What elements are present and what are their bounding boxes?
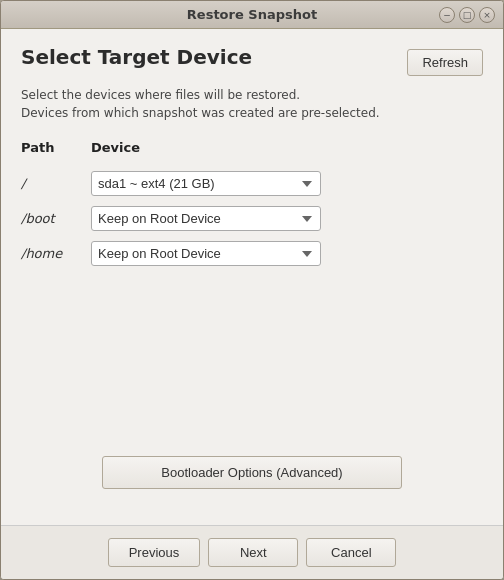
path-home: /home (21, 246, 91, 261)
path-root: / (21, 176, 91, 191)
device-table: Path Device / sda1 ~ ext4 (21 GB) /boot … (21, 140, 483, 266)
titlebar: Restore Snapshot − □ × (1, 1, 503, 29)
path-boot: /boot (21, 211, 91, 226)
minimize-button[interactable]: − (439, 7, 455, 23)
device-select-home[interactable]: Keep on Root Device (91, 241, 321, 266)
refresh-button[interactable]: Refresh (407, 49, 483, 76)
description: Select the devices where files will be r… (21, 86, 483, 122)
description-line2: Devices from which snapshot was created … (21, 104, 483, 122)
minimize-icon: − (443, 10, 451, 20)
col-header-path: Path (21, 140, 91, 161)
maximize-button[interactable]: □ (459, 7, 475, 23)
bottom-bar: Previous Next Cancel (1, 525, 503, 579)
page-title: Select Target Device (21, 45, 252, 69)
bootloader-section: Bootloader Options (Advanced) (21, 456, 483, 489)
maximize-icon: □ (463, 10, 472, 20)
close-icon: × (483, 10, 491, 20)
bootloader-options-button[interactable]: Bootloader Options (Advanced) (102, 456, 402, 489)
content-area: Select Target Device Refresh Select the … (1, 29, 503, 525)
previous-button[interactable]: Previous (108, 538, 201, 567)
device-select-boot[interactable]: Keep on Root Device (91, 206, 321, 231)
window-controls: − □ × (439, 7, 495, 23)
next-button[interactable]: Next (208, 538, 298, 567)
window-title: Restore Snapshot (187, 7, 317, 22)
col-header-device: Device (91, 140, 483, 161)
header-row: Select Target Device Refresh (21, 45, 483, 76)
description-line1: Select the devices where files will be r… (21, 86, 483, 104)
device-select-root[interactable]: sda1 ~ ext4 (21 GB) (91, 171, 321, 196)
restore-snapshot-window: Restore Snapshot − □ × Select Target Dev… (0, 0, 504, 580)
cancel-button[interactable]: Cancel (306, 538, 396, 567)
close-button[interactable]: × (479, 7, 495, 23)
